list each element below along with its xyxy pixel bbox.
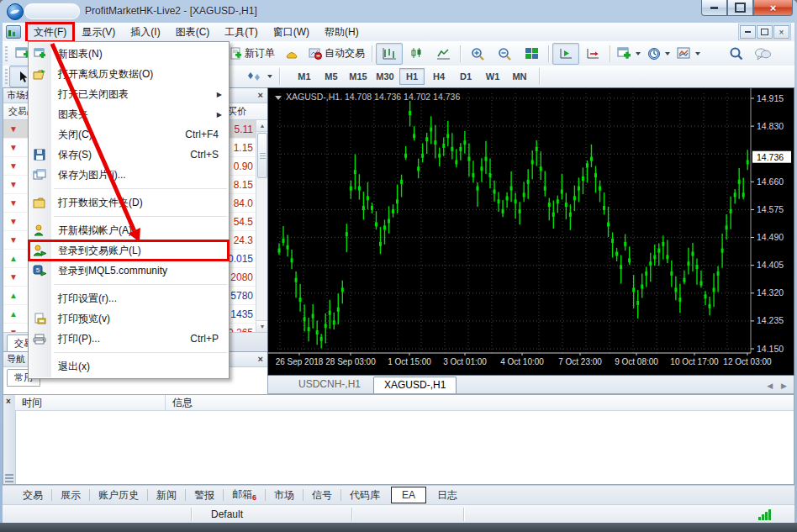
chart-tab[interactable]: XAGUSD-,H1 [373, 377, 457, 393]
toolbar-separator [460, 45, 461, 62]
menu-window[interactable]: 窗口(W) [266, 23, 317, 42]
file-menu-item[interactable]: 打开数据文件夹(D) [29, 192, 229, 213]
demo-account-icon [29, 224, 50, 236]
search-button[interactable] [722, 43, 749, 65]
menu-separator [54, 188, 227, 189]
template-dropdown[interactable] [673, 43, 704, 65]
candlestick-button[interactable] [403, 43, 430, 65]
tab-scroll-right-icon[interactable]: ▶ [781, 382, 787, 390]
file-menu-item[interactable]: 打开已关闭图表▶ [29, 84, 229, 104]
scroll-up-icon[interactable]: ▲ [256, 120, 268, 132]
terminal-drag-handle-icon[interactable] [5, 474, 13, 482]
file-menu-item[interactable]: 打印设置(r)... [29, 288, 229, 308]
terminal-tab[interactable]: 信号 [303, 487, 340, 504]
menu-view[interactable]: 显示(V) [74, 23, 123, 42]
menu-file[interactable]: 文件(F) [26, 23, 74, 42]
bar-chart-icon [383, 47, 396, 60]
community-chat-button[interactable] [749, 43, 776, 65]
new-chart-icon [29, 48, 50, 60]
zoom-out-button[interactable] [491, 43, 518, 65]
chart-shift-button[interactable] [579, 43, 606, 65]
scrollbar-thumb[interactable] [257, 133, 267, 178]
new-chart-dropdown-icon [617, 47, 631, 61]
file-menu-item[interactable]: 退出(x) [29, 356, 229, 377]
profile-name[interactable]: Default [211, 508, 243, 520]
file-menu-item[interactable]: 打印预览(v) [29, 308, 229, 329]
timeframe-m1[interactable]: M1 [292, 68, 317, 85]
price-down-icon: ▼ [3, 217, 24, 226]
terminal-tab[interactable]: 交易 [14, 487, 51, 504]
mdi-minimize-button[interactable] [740, 25, 756, 39]
file-menu-item[interactable]: 新图表(N) [29, 44, 229, 64]
file-menu-item[interactable]: 关闭(C)Ctrl+F4 [29, 124, 229, 145]
terminal-close-icon[interactable]: × [6, 397, 11, 406]
timeframe-m15[interactable]: M15 [346, 68, 371, 85]
terminal-tab[interactable]: 日志 [429, 487, 466, 504]
shortcut-label: Ctrl+F4 [185, 129, 229, 140]
market-watch-scrollbar[interactable]: ▲ ▼ [256, 120, 268, 332]
terminal-tab[interactable]: 警报 [186, 487, 223, 504]
period-dropdown[interactable] [644, 43, 673, 65]
new-order-button[interactable]: 新订单 [226, 43, 278, 65]
navigator-close-icon[interactable]: × [256, 355, 265, 364]
terminal-tab-label: 交易 [23, 489, 43, 501]
submenu-arrow-icon: ▶ [217, 91, 229, 98]
file-menu-item[interactable]: 图表夹▶ [29, 104, 229, 124]
autotrading-icon [309, 47, 322, 60]
bar-chart-button[interactable] [376, 43, 403, 65]
time-column-header[interactable]: 时间 [15, 395, 166, 411]
terminal-tab[interactable]: 邮箱6 [224, 486, 265, 503]
menu-tools[interactable]: 工具(T) [217, 23, 265, 42]
scroll-down-icon[interactable]: ▼ [256, 320, 268, 332]
timeframe-w1[interactable]: W1 [480, 68, 505, 85]
restore-button[interactable] [727, 0, 753, 16]
menu-charts[interactable]: 图表(C) [168, 23, 218, 42]
file-menu-item[interactable]: 保存为图片(i)... [29, 165, 229, 185]
timeframe-mn[interactable]: MN [507, 68, 532, 85]
price-chart[interactable]: 14.91514.83014.66014.57514.49014.40514.3… [268, 88, 794, 375]
menu-insert[interactable]: 插入(I) [123, 23, 167, 42]
svg-text:10 Oct 17:00: 10 Oct 17:00 [670, 357, 719, 366]
market-watch-close-icon[interactable]: × [256, 91, 265, 100]
shapes-dropdown[interactable] [243, 66, 276, 87]
zoom-in-button[interactable] [464, 43, 491, 65]
navigator-title: 导航 [7, 353, 25, 366]
terminal-tab[interactable]: 账户历史 [90, 487, 147, 504]
indicators-add-dropdown[interactable] [614, 43, 644, 65]
terminal-tab[interactable]: 展示 [52, 487, 89, 504]
yellow-tool-button[interactable] [278, 43, 305, 65]
menu-help[interactable]: 帮助(H) [317, 23, 367, 42]
autotrading-button[interactable]: 自动交易 [305, 43, 368, 65]
file-menu-item[interactable]: 登录到交易账户(L) [29, 240, 229, 261]
auto-scroll-button[interactable] [552, 43, 579, 65]
file-menu-item[interactable]: 保存(S)Ctrl+S [29, 145, 229, 165]
bid-column-header[interactable]: 买价 [228, 105, 246, 118]
toolbar-grip[interactable] [5, 46, 8, 61]
file-menu-item[interactable]: 打开离线历史数据(O) [29, 64, 229, 84]
terminal-tab[interactable]: EA [391, 487, 426, 503]
timeframe-m30[interactable]: M30 [372, 68, 398, 85]
close-button[interactable]: × [753, 0, 793, 16]
timeframe-m5[interactable]: M5 [319, 68, 344, 85]
timeframe-d1[interactable]: D1 [453, 68, 478, 85]
terminal-tab-label: EA [402, 489, 415, 501]
file-menu-item[interactable]: 打印(P)...Ctrl+P [29, 329, 229, 349]
mdi-close-button[interactable]: × [773, 25, 789, 39]
chart-tab[interactable]: USDCNH-,H1 [288, 376, 372, 393]
terminal-tab[interactable]: 新闻 [148, 487, 185, 504]
terminal-tab[interactable]: 市场 [266, 487, 303, 504]
tile-windows-button[interactable] [518, 43, 545, 65]
toolbar-grip[interactable] [5, 69, 8, 84]
bid-value: 1.15 [234, 142, 253, 154]
timeframe-h1[interactable]: H1 [399, 68, 425, 85]
minimize-button[interactable] [701, 0, 727, 16]
tab-scroll-left-icon[interactable]: ◀ [767, 382, 773, 390]
svg-text:XAGUSD-,H1. 14.708 14.736 14.7: XAGUSD-,H1. 14.708 14.736 14.702 14.736 [286, 92, 460, 102]
file-menu-item[interactable]: 开新模拟帐户(A) [29, 220, 229, 240]
timeframe-h4[interactable]: H4 [426, 68, 451, 85]
mdi-restore-button[interactable] [757, 25, 773, 39]
file-menu-item[interactable]: 5登录到MQL5.community [29, 261, 229, 281]
line-chart-button[interactable] [430, 43, 457, 65]
terminal-tab[interactable]: 代码库 [341, 487, 388, 504]
message-column-header[interactable]: 信息 [166, 395, 794, 411]
